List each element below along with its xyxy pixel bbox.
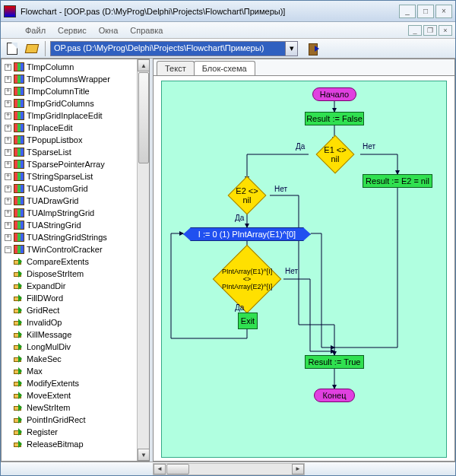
exit-button[interactable]	[307, 42, 321, 56]
tree-item[interactable]: ModifyExtents	[5, 377, 149, 389]
hscroll-thumb[interactable]	[166, 464, 189, 474]
tree-item[interactable]: GridRect	[5, 304, 149, 316]
tree-item[interactable]: TlmpColumnTitle	[5, 85, 149, 97]
label-yes-2: Да	[235, 214, 244, 222]
tree-item[interactable]: KillMessage	[5, 328, 149, 341]
class-icon	[14, 160, 24, 169]
menu-help[interactable]: Справка	[124, 24, 169, 36]
expand-collapse-icon[interactable]	[5, 113, 11, 119]
expand-collapse-icon[interactable]	[5, 137, 11, 144]
scroll-left-icon[interactable]: ◄	[154, 464, 166, 474]
tree-item[interactable]: FillDWord	[5, 292, 149, 304]
tree-item[interactable]: InvalidOp	[5, 316, 149, 328]
window-title: Flowchart - [OOP.pas (D:\MyProg\Delphi\P…	[21, 7, 397, 16]
function-icon	[14, 379, 24, 387]
tree-item[interactable]: TSparsePointerArray	[5, 158, 149, 170]
tree-item[interactable]: TlmpGridColumns	[5, 97, 149, 109]
open-button[interactable]	[24, 41, 40, 56]
file-combobox[interactable]: OP.pas (D:\MyProg\Delphi\Projects\Flowch…	[50, 41, 298, 56]
tree-item[interactable]: TlmpColumn	[5, 61, 149, 73]
expand-collapse-icon[interactable]	[5, 222, 11, 229]
tree-item[interactable]: PointInGridRect	[5, 414, 149, 426]
menu-service[interactable]: Сервис	[52, 24, 93, 36]
expand-collapse-icon[interactable]	[5, 100, 11, 107]
scrollbar-thumb[interactable]	[138, 72, 149, 163]
expand-collapse-icon[interactable]	[5, 186, 11, 192]
tree-item[interactable]: TSparseList	[5, 146, 149, 158]
new-file-icon	[7, 43, 17, 55]
tree-item[interactable]: NewStrItem	[5, 401, 149, 414]
tree-scrollbar[interactable]: ▲ ▼	[137, 59, 149, 461]
tab-flowchart[interactable]: Блок-схема	[194, 61, 255, 75]
tree-item[interactable]: ReleaseBitmap	[5, 438, 149, 450]
node-end: Конец	[314, 389, 355, 402]
new-button[interactable]	[4, 41, 21, 56]
scroll-up-icon[interactable]: ▲	[138, 59, 150, 71]
menu-windows[interactable]: Окна	[93, 24, 125, 36]
tree-item[interactable]: TlnplaceEdit	[5, 122, 149, 134]
mdi-close-button[interactable]: ×	[439, 25, 452, 36]
app-icon	[4, 5, 16, 17]
tree-item[interactable]: TUAStringGrid	[5, 219, 149, 231]
tree-item-label: TlmpColumnTitle	[27, 87, 90, 96]
tree-item[interactable]: DisposeStrItem	[5, 268, 149, 280]
chevron-down-icon[interactable]: ▾	[286, 41, 298, 56]
maximize-button[interactable]: □	[417, 5, 434, 18]
menu-file[interactable]: Файл	[19, 24, 52, 36]
tree-item[interactable]: MoveExtent	[5, 389, 149, 401]
function-icon	[14, 416, 24, 424]
tree-item-label: TlmpColumnsWrapper	[27, 75, 110, 84]
tree-item-label: NewStrItem	[27, 403, 70, 412]
mdi-restore-button[interactable]: ❐	[423, 25, 437, 36]
tree-item[interactable]: TUADrawGrid	[5, 195, 149, 207]
expand-collapse-icon[interactable]	[5, 76, 11, 83]
tree-item[interactable]: Register	[5, 426, 149, 438]
mdi-minimize-button[interactable]: _	[408, 25, 422, 36]
tree-item[interactable]: ExpandDir	[5, 280, 149, 292]
mdi-child-icon[interactable]	[4, 24, 16, 36]
tree-item[interactable]: TlmpGridInplaceEdit	[5, 109, 149, 122]
tree-item[interactable]: TWinControlCracker	[5, 243, 149, 255]
tree-view[interactable]: TlmpColumnTlmpColumnsWrapperTlmpColumnTi…	[1, 59, 150, 462]
tree-item[interactable]: TUACustomGrid	[5, 182, 149, 195]
tree-item-label: PointInGridRect	[27, 415, 86, 424]
tree-item-label: MakeSec	[27, 354, 62, 363]
expand-collapse-icon[interactable]	[5, 246, 11, 253]
tree-item[interactable]: TUAStringGridStrings	[5, 231, 149, 243]
minimize-button[interactable]: _	[399, 5, 416, 18]
expand-collapse-icon[interactable]	[5, 88, 11, 95]
flowchart-area[interactable]: Начало Result := False E1 <> nil Да Нет …	[154, 76, 454, 461]
expand-collapse-icon[interactable]	[5, 198, 11, 205]
tree-item-label: DisposeStrItem	[27, 269, 84, 278]
expand-collapse-icon[interactable]	[5, 210, 11, 217]
expand-collapse-icon[interactable]	[5, 64, 11, 71]
tree-item[interactable]: LongMulDiv	[5, 341, 149, 353]
expand-collapse-icon[interactable]	[5, 161, 11, 168]
tree-item[interactable]: MakeSec	[5, 353, 149, 365]
label-yes-1: Да	[296, 142, 305, 151]
title-bar: Flowchart - [OOP.pas (D:\MyProg\Delphi\P…	[1, 1, 455, 22]
horizontal-scrollbar[interactable]: ◄ ►	[153, 463, 305, 475]
expand-collapse-icon[interactable]	[5, 234, 11, 241]
expand-collapse-icon[interactable]	[5, 173, 11, 180]
expand-collapse-icon[interactable]	[5, 125, 11, 132]
tree-item[interactable]: TStringSparseList	[5, 170, 149, 182]
tree-item[interactable]: TPopupListbox	[5, 134, 149, 146]
scroll-right-icon[interactable]: ►	[292, 464, 304, 474]
tree-item-label: MoveExtent	[27, 391, 71, 400]
class-icon	[14, 208, 24, 217]
tree-item[interactable]: Max	[5, 365, 149, 377]
class-icon	[14, 172, 24, 181]
tree-item[interactable]: TlmpColumnsWrapper	[5, 73, 149, 85]
tree-item-label: InvalidOp	[27, 318, 62, 327]
tab-text[interactable]: Текст	[157, 61, 195, 75]
tree-item-label: TUADrawGrid	[27, 196, 78, 205]
expand-collapse-icon[interactable]	[5, 149, 11, 156]
tab-bar: Текст Блок-схема	[154, 59, 454, 76]
close-button[interactable]: ×	[435, 5, 452, 18]
tree-item-label: Register	[27, 427, 58, 436]
tree-item[interactable]: TUAlmpStringGrid	[5, 207, 149, 219]
class-icon	[14, 62, 24, 71]
tree-item[interactable]: CompareExtents	[5, 255, 149, 268]
scroll-down-icon[interactable]: ▼	[138, 449, 150, 461]
